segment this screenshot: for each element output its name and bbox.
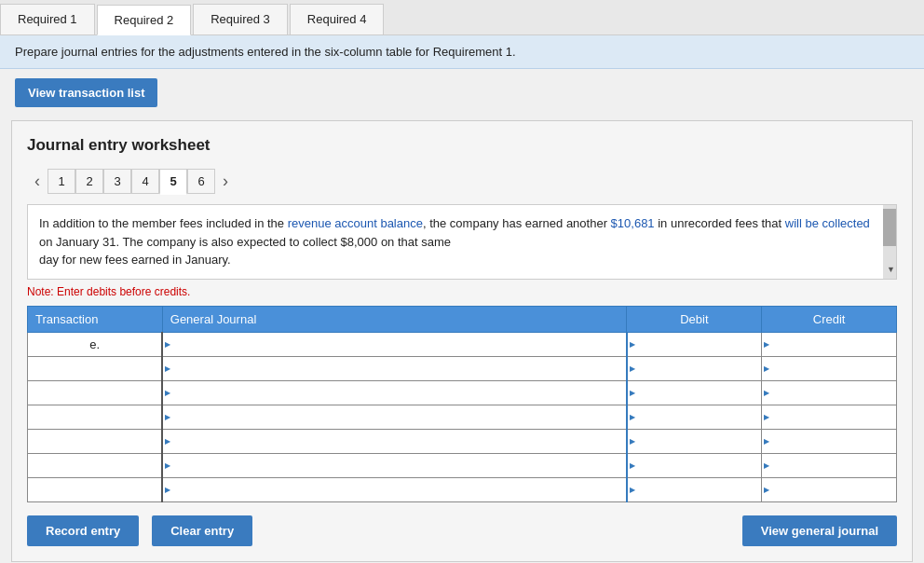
journal-cell[interactable] [162, 356, 627, 380]
journal-input[interactable] [163, 454, 626, 477]
table-row [28, 477, 897, 501]
page-1[interactable]: 1 [48, 169, 75, 194]
debit-cell[interactable] [627, 405, 762, 429]
table-row [28, 380, 897, 405]
record-entry-button[interactable]: Record entry [27, 515, 139, 546]
credit-input[interactable] [762, 381, 896, 405]
credit-cell[interactable] [762, 332, 897, 356]
credit-input[interactable] [762, 357, 896, 380]
debit-cell[interactable] [627, 380, 762, 405]
page-2[interactable]: 2 [75, 169, 103, 194]
credit-input[interactable] [762, 405, 896, 429]
transaction-cell [28, 477, 163, 501]
info-bar-text: Prepare journal entries for the adjustme… [15, 45, 516, 59]
info-bar: Prepare journal entries for the adjustme… [0, 35, 924, 69]
journal-entry-card: Journal entry worksheet ‹ 1 2 3 4 5 6 › … [11, 120, 913, 562]
debit-input[interactable] [628, 430, 761, 453]
table-row [28, 405, 897, 429]
page-5[interactable]: 5 [159, 169, 187, 195]
card-title: Journal entry worksheet [27, 136, 897, 155]
button-row: Record entry Clear entry View general jo… [27, 515, 897, 546]
debit-input[interactable] [628, 405, 761, 429]
page-6[interactable]: 6 [187, 169, 215, 194]
next-page-button[interactable]: › [215, 168, 236, 195]
debit-input[interactable] [628, 478, 761, 501]
debit-cell[interactable] [627, 356, 762, 380]
tab-required2[interactable]: Required 2 [97, 5, 192, 35]
journal-input[interactable] [163, 430, 626, 453]
debit-cell[interactable] [627, 429, 762, 453]
scenario-box: In addition to the member fees included … [27, 204, 897, 280]
debit-input[interactable] [628, 454, 761, 477]
credit-cell[interactable] [762, 429, 897, 453]
journal-input[interactable] [163, 357, 626, 380]
table-row [28, 429, 897, 453]
credit-input[interactable] [762, 454, 896, 477]
col-header-transaction: Transaction [28, 306, 163, 332]
debit-input[interactable] [628, 333, 761, 356]
page-3[interactable]: 3 [103, 169, 131, 194]
credit-input[interactable] [762, 333, 896, 356]
transaction-cell [28, 356, 163, 380]
journal-cell[interactable] [162, 332, 627, 356]
col-header-general-journal: General Journal [162, 306, 627, 332]
journal-cell[interactable] [162, 429, 627, 453]
transaction-cell [28, 453, 163, 477]
journal-cell[interactable] [162, 453, 627, 477]
credit-cell[interactable] [762, 453, 897, 477]
credit-cell[interactable] [762, 380, 897, 405]
tab-required4[interactable]: Required 4 [290, 4, 385, 34]
debit-input[interactable] [628, 381, 761, 405]
table-row [28, 453, 897, 477]
scrollbar[interactable]: ▼ [883, 205, 896, 279]
credit-cell[interactable] [762, 356, 897, 380]
debit-cell[interactable] [627, 477, 762, 501]
credit-cell[interactable] [762, 405, 897, 429]
journal-cell[interactable] [162, 380, 627, 405]
debit-cell[interactable] [627, 332, 762, 356]
col-header-credit: Credit [762, 306, 897, 332]
journal-cell[interactable] [162, 405, 627, 429]
page-4[interactable]: 4 [131, 169, 159, 194]
journal-input[interactable] [163, 333, 626, 356]
view-general-journal-button[interactable]: View general journal [742, 515, 897, 546]
transaction-cell [28, 429, 163, 453]
table-row [28, 356, 897, 380]
credit-input[interactable] [762, 430, 896, 453]
view-transaction-button[interactable]: View transaction list [15, 78, 157, 107]
credit-cell[interactable] [762, 477, 897, 501]
tab-required1[interactable]: Required 1 [0, 4, 95, 34]
table-row: e. [28, 332, 897, 356]
scenario-text: In addition to the member fees included … [39, 216, 870, 267]
transaction-cell [28, 380, 163, 405]
clear-entry-button[interactable]: Clear entry [152, 515, 252, 546]
scroll-thumb [883, 209, 896, 246]
col-header-debit: Debit [627, 306, 762, 332]
journal-input[interactable] [163, 381, 626, 405]
debit-input[interactable] [628, 357, 761, 380]
scroll-down-arrow: ▼ [887, 264, 895, 277]
tab-required3[interactable]: Required 3 [193, 4, 288, 34]
credit-input[interactable] [762, 478, 896, 501]
journal-cell[interactable] [162, 477, 627, 501]
prev-page-button[interactable]: ‹ [27, 168, 48, 195]
debit-cell[interactable] [627, 453, 762, 477]
transaction-cell [28, 405, 163, 429]
tabs-bar: Required 1 Required 2 Required 3 Require… [0, 0, 924, 35]
journal-table: Transaction General Journal Debit Credit… [27, 306, 897, 502]
note-text: Note: Enter debits before credits. [27, 285, 897, 298]
journal-input[interactable] [163, 478, 626, 501]
transaction-cell: e. [28, 332, 163, 356]
journal-input[interactable] [163, 405, 626, 429]
pagination: ‹ 1 2 3 4 5 6 › [27, 168, 897, 195]
